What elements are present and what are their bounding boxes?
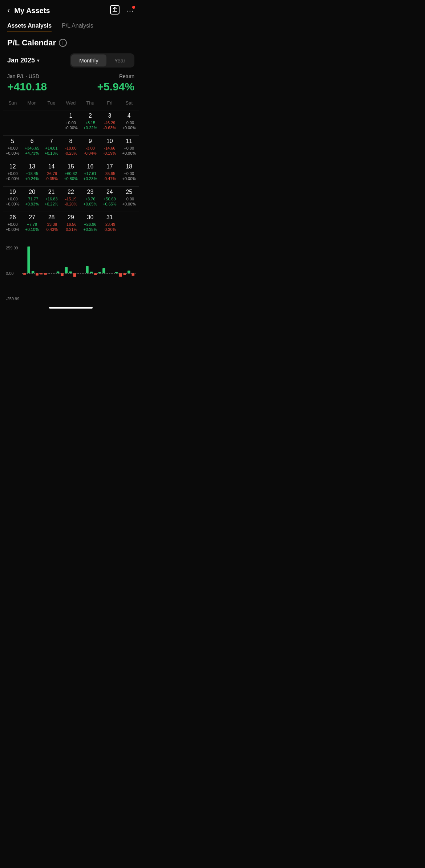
calendar-cell — [120, 212, 139, 237]
calendar-date: 15 — [68, 163, 74, 170]
calendar-percent: +0.00% — [6, 151, 20, 155]
chart-top-label: 259.99 — [6, 246, 19, 250]
calendar-percent: +0.00% — [122, 202, 136, 206]
calendar-amount: -46.29 — [104, 121, 115, 125]
info-icon[interactable]: i — [59, 39, 67, 47]
controls-row: Jan 2025 ▾ Monthly Year — [0, 53, 142, 73]
calendar-day-header: Mon — [22, 99, 41, 107]
calendar-cell[interactable]: 24+50.69+0.65% — [100, 186, 119, 212]
calendar-amount: -35.95 — [104, 171, 115, 176]
calendar-percent: +0.23% — [84, 176, 97, 181]
calendar-cell[interactable]: 4+0.00+0.00% — [120, 110, 139, 135]
calendar-percent: -0.21% — [65, 227, 77, 232]
calendar-cell[interactable]: 19+0.00+0.00% — [3, 186, 22, 212]
calendar-date: 9 — [89, 138, 92, 144]
chart-svg — [22, 244, 136, 302]
calendar-cell[interactable]: 21+16.83+0.22% — [42, 186, 61, 212]
calendar-cell[interactable]: 20+71.77+0.93% — [22, 186, 41, 212]
calendar-date: 19 — [9, 189, 16, 195]
month-label: Jan 2025 — [7, 57, 35, 64]
calendar-date: 22 — [68, 189, 74, 195]
svg-rect-2 — [23, 273, 26, 275]
calendar-amount: +0.00 — [124, 121, 134, 125]
calendar-percent: +0.00% — [122, 176, 136, 181]
calendar-cell[interactable]: 9-3.00-0.04% — [81, 135, 100, 161]
pl-value-section: Jan P/L · USD +410.18 — [7, 73, 47, 93]
calendar-date: 29 — [68, 214, 74, 221]
calendar-cell[interactable]: 2+8.15+0.22% — [81, 110, 100, 135]
calendar-percent: +0.65% — [103, 202, 117, 206]
calendar-cell[interactable]: 12+0.00+0.00% — [3, 161, 22, 186]
svg-rect-15 — [94, 273, 97, 275]
calendar-date: 3 — [108, 113, 111, 119]
calendar-percent: -0.47% — [103, 176, 116, 181]
calendar-amount: +0.00 — [8, 171, 18, 176]
return-value: +5.94% — [97, 81, 134, 93]
calendar-day-header: Tue — [42, 99, 61, 107]
svg-rect-17 — [102, 268, 105, 273]
pl-value: +410.18 — [7, 81, 47, 93]
calendar-cell[interactable]: 28-33.38-0.43% — [42, 212, 61, 237]
calendar-amount: -16.56 — [65, 222, 76, 227]
page-title: My Assets — [14, 7, 50, 15]
calendar-percent: -0.04% — [84, 151, 97, 155]
calendar-cell[interactable]: 17-35.95-0.47% — [100, 161, 119, 186]
calendar-amount: -18.00 — [65, 146, 76, 150]
calendar-cell[interactable]: 14-26.79-0.35% — [42, 161, 61, 186]
header-actions: ··· — [110, 5, 134, 16]
calendar-amount: +16.83 — [45, 197, 58, 201]
calendar-cell[interactable]: 22-15.19-0.20% — [61, 186, 80, 212]
calendar-percent: -0.30% — [103, 227, 116, 232]
calendar-cell[interactable]: 31-23.49-0.30% — [100, 212, 119, 237]
svg-rect-10 — [65, 267, 68, 273]
calendar-grid: 1+0.00+0.00%2+8.15+0.22%3-46.29-0.63%4+0… — [3, 110, 139, 237]
calendar-cell[interactable]: 13+18.45+0.24% — [22, 161, 41, 186]
calendar-amount: +0.00 — [8, 222, 18, 227]
calendar-cell[interactable]: 11+0.00+0.00% — [120, 135, 139, 161]
calendar-percent: -0.63% — [103, 126, 116, 130]
calendar-cell[interactable]: 15+60.82+0.80% — [61, 161, 80, 186]
calendar-amount: +346.65 — [25, 146, 39, 150]
calendar-amount: +3.76 — [85, 197, 96, 201]
calendar-cell[interactable]: 29-16.56-0.21% — [61, 212, 80, 237]
calendar-date: 16 — [87, 163, 94, 170]
calendar-date: 1 — [69, 113, 73, 119]
calendar-cell[interactable]: 5+0.00+0.00% — [3, 135, 22, 161]
calendar-date: 27 — [29, 214, 35, 221]
month-selector[interactable]: Jan 2025 ▾ — [7, 57, 39, 64]
calendar-cell[interactable]: 3-46.29-0.63% — [100, 110, 119, 135]
calendar-cell[interactable]: 16+17.61+0.23% — [81, 161, 100, 186]
calendar-cell[interactable]: 6+346.65+4.73% — [22, 135, 41, 161]
tab-pl-analysis[interactable]: P/L Analysis — [62, 20, 93, 32]
calendar-amount: +17.61 — [84, 171, 96, 176]
calendar-cell[interactable]: 27+7.79+0.10% — [22, 212, 41, 237]
calendar-cell[interactable]: 30+26.96+0.35% — [81, 212, 100, 237]
svg-rect-5 — [36, 273, 39, 276]
calendar-amount: -3.00 — [86, 146, 95, 150]
calendar-amount: -14.66 — [104, 146, 115, 150]
calendar-day-header: Sat — [120, 99, 139, 107]
calendar: SunMonTueWedThuFriSat 1+0.00+0.00%2+8.15… — [0, 99, 142, 237]
toggle-year-button[interactable]: Year — [106, 54, 133, 66]
calendar-cell[interactable]: 10-14.66-0.19% — [100, 135, 119, 161]
calendar-cell[interactable]: 26+0.00+0.00% — [3, 212, 22, 237]
toggle-monthly-button[interactable]: Monthly — [71, 54, 106, 66]
calendar-cell[interactable]: 25+0.00+0.00% — [120, 186, 139, 212]
more-menu-button[interactable]: ··· — [126, 7, 134, 15]
header-left: ‹ My Assets — [7, 6, 50, 15]
share-button[interactable] — [110, 5, 120, 16]
calendar-day-header: Sun — [3, 99, 22, 107]
back-button[interactable]: ‹ — [7, 6, 10, 15]
tab-assets-analysis[interactable]: Assets Analysis — [7, 20, 52, 32]
calendar-percent: +0.18% — [45, 151, 58, 155]
calendar-cell[interactable]: 7+14.01+0.18% — [42, 135, 61, 161]
section-title: P/L Calendar — [7, 38, 56, 48]
calendar-date: 4 — [128, 113, 131, 119]
calendar-cell[interactable]: 1+0.00+0.00% — [61, 110, 80, 135]
calendar-cell[interactable]: 23+3.76+0.05% — [81, 186, 100, 212]
svg-rect-4 — [32, 271, 35, 273]
calendar-cell[interactable]: 18+0.00+0.00% — [120, 161, 139, 186]
chart-area: 259.99 0.00 -259.99 — [0, 244, 142, 302]
calendar-cell[interactable]: 8-18.00-0.23% — [61, 135, 80, 161]
calendar-percent: +0.24% — [25, 176, 39, 181]
